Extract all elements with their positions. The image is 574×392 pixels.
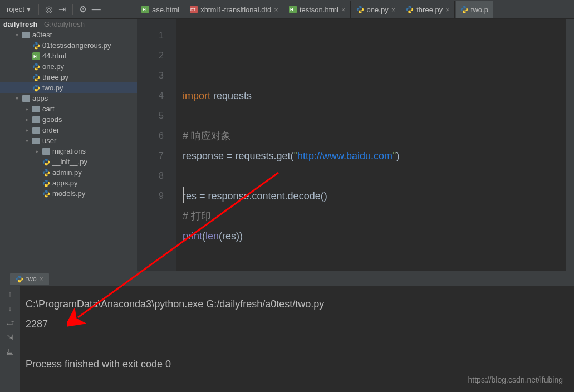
close-icon[interactable]: × <box>274 6 278 14</box>
tree-label: models.py <box>52 189 85 198</box>
line-number: 7 <box>137 146 164 166</box>
python-icon <box>32 74 40 81</box>
file-icon <box>406 6 414 13</box>
collapse-icon[interactable]: ⇥ <box>57 4 68 15</box>
tree-item[interactable]: ▸cart <box>0 104 137 114</box>
close-icon[interactable]: × <box>445 6 450 14</box>
tab-label: two.p <box>471 6 488 14</box>
folder-icon <box>32 127 40 134</box>
expand-arrow[interactable]: ▾ <box>13 95 20 101</box>
project-label: roject <box>7 5 24 13</box>
run-gutter: ↑ ↓ ⮐ ⇲ 🖶 <box>0 286 20 392</box>
close-icon[interactable]: × <box>40 275 43 283</box>
expand-arrow[interactable]: ▸ <box>23 127 30 133</box>
expand-arrow[interactable]: ▸ <box>23 116 30 122</box>
python-icon <box>32 42 40 50</box>
svg-text:H: H <box>290 7 293 12</box>
tree-item[interactable]: admin.py <box>0 167 137 178</box>
tree-item[interactable]: ▸goods <box>0 114 137 125</box>
tree-item[interactable]: ▾apps <box>0 93 137 104</box>
rerun-up-icon[interactable]: ↑ <box>8 290 12 298</box>
editor-tab[interactable]: Htestson.html× <box>284 1 351 18</box>
run-tab[interactable]: two × <box>10 273 49 285</box>
main-row: dailyfresh G:\dailyfresh ▾a0test01testis… <box>0 19 574 271</box>
tree-item[interactable]: one.py <box>0 61 137 72</box>
line-number: 8 <box>137 166 164 186</box>
target-icon[interactable]: ◎ <box>43 4 55 15</box>
line-number: 9 <box>137 186 164 206</box>
project-path: G:\dailyfresh <box>44 20 85 28</box>
folder-icon <box>22 95 30 102</box>
code-area[interactable]: import requests # 响应对象 response = reques… <box>176 19 574 271</box>
expand-arrow[interactable]: ▸ <box>23 106 30 112</box>
folder-icon <box>32 106 40 112</box>
console-line: C:\ProgramData\Anaconda3\python.exe G:/d… <box>26 298 324 310</box>
folder-icon <box>22 32 30 38</box>
folder-icon <box>32 138 40 144</box>
scroll-icon[interactable]: ⇲ <box>7 333 13 342</box>
tree-item[interactable]: 01testisdangerous.py <box>0 40 137 51</box>
tree-item[interactable]: ▸order <box>0 125 137 135</box>
line-gutter: 123456789 <box>137 19 176 271</box>
scrollbar-track[interactable] <box>566 19 574 271</box>
tree-item[interactable]: ▾a0test <box>0 30 137 40</box>
close-icon[interactable]: × <box>341 6 346 14</box>
tab-label: testson.html <box>300 6 338 14</box>
tree-item[interactable]: apps.py <box>0 178 137 188</box>
tree-label: three.py <box>42 73 68 81</box>
expand-arrow[interactable]: ▾ <box>13 32 20 38</box>
tree-item[interactable]: models.py <box>0 188 137 199</box>
file-icon <box>460 6 468 13</box>
svg-text:H: H <box>143 7 146 12</box>
python-icon <box>42 169 50 177</box>
folder-icon <box>42 148 50 155</box>
file-icon: H <box>289 6 297 13</box>
python-icon <box>42 190 50 198</box>
tree-item[interactable]: ▸migrations <box>0 146 137 156</box>
code-editor[interactable]: 123456789 import requests # 响应对象 respons… <box>137 19 574 271</box>
wrap-icon[interactable]: ⮐ <box>6 318 14 327</box>
close-icon[interactable]: × <box>391 6 396 14</box>
expand-arrow[interactable]: ▸ <box>33 148 40 154</box>
caret <box>183 187 184 203</box>
code-token: response = requests.get( <box>183 150 294 161</box>
tree-label: apps <box>32 94 48 102</box>
tree-item[interactable]: two.py <box>0 82 137 93</box>
watermark: https://blog.csdn.net/ifubing <box>468 375 563 384</box>
tree-label: cart <box>42 105 55 113</box>
line-number: 1 <box>137 26 164 46</box>
project-tree: dailyfresh G:\dailyfresh ▾a0test01testis… <box>0 19 137 271</box>
gear-icon[interactable]: ⚙ <box>77 4 89 15</box>
tree-label: 01testisdangerous.py <box>42 41 111 50</box>
tree-item[interactable]: H44.html <box>0 51 137 61</box>
tree-item[interactable]: ▾user <box>0 135 137 146</box>
tree-item[interactable]: __init__.py <box>0 156 137 167</box>
tree-label: user <box>42 136 56 145</box>
line-number: 4 <box>137 86 164 106</box>
tab-label: ase.html <box>152 6 179 14</box>
project-dropdown[interactable]: roject ▾ <box>3 3 34 16</box>
separator <box>72 4 73 15</box>
code-token: import <box>183 90 210 101</box>
file-icon: H <box>141 6 149 13</box>
file-icon <box>356 6 364 13</box>
code-token: ) <box>396 150 400 161</box>
editor-tabs: Hase.htmlDTxhtml1-transitional.dtd×Htest… <box>137 0 493 19</box>
hide-icon[interactable]: — <box>91 4 102 15</box>
tree-root[interactable]: dailyfresh G:\dailyfresh <box>0 19 137 30</box>
code-token: (res)) <box>219 231 243 242</box>
editor-tab[interactable]: three.py× <box>401 1 455 18</box>
editor-tab[interactable]: one.py× <box>352 1 401 18</box>
expand-arrow[interactable]: ▾ <box>23 138 30 144</box>
line-number: 3 <box>137 66 164 86</box>
editor-tab[interactable]: DTxhtml1-transitional.dtd× <box>185 1 283 18</box>
editor-tab[interactable]: Hase.html <box>137 1 184 18</box>
run-tab-label: two <box>26 275 37 283</box>
separator <box>38 4 39 15</box>
tree-item[interactable]: three.py <box>0 72 137 82</box>
editor-tab[interactable]: two.p <box>456 1 493 18</box>
rerun-down-icon[interactable]: ↓ <box>8 304 12 313</box>
tree-label: 44.html <box>42 52 66 60</box>
print-icon[interactable]: 🖶 <box>6 347 14 356</box>
tree-label: __init__.py <box>52 158 87 166</box>
